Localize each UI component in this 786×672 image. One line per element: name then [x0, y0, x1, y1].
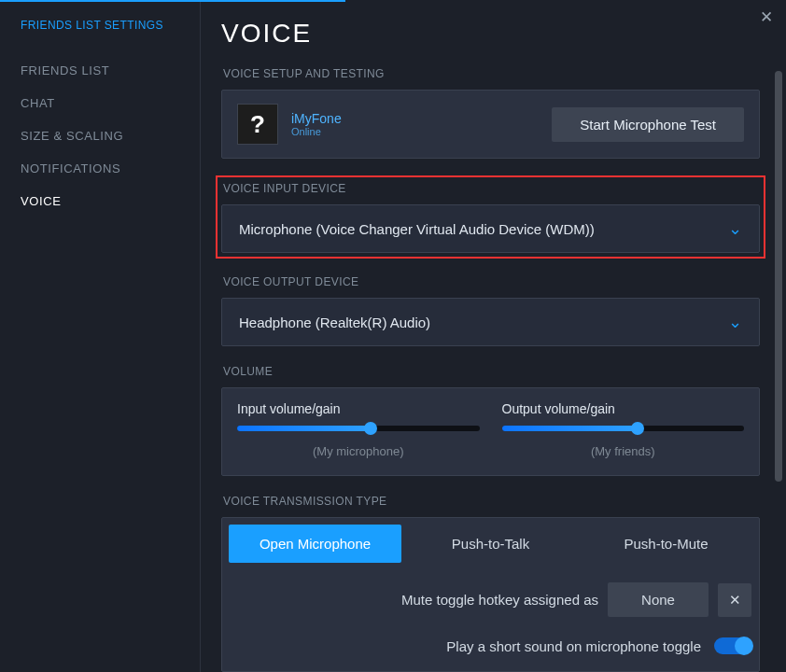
chevron-down-icon: ⌄ — [728, 218, 742, 239]
avatar: ? — [237, 104, 278, 145]
transmission-tabs: Open Microphone Push-to-Talk Push-to-Mut… — [222, 518, 759, 569]
slider-thumb[interactable] — [631, 422, 644, 435]
content-column: VOICE VOICE SETUP AND TESTING ? iMyFone … — [201, 2, 786, 672]
section-output-label: VOICE OUTPUT DEVICE — [223, 275, 760, 288]
slider-fill — [237, 426, 371, 431]
close-icon[interactable]: ✕ — [760, 9, 773, 25]
input-device-value: Microphone (Voice Changer Virtual Audio … — [239, 221, 595, 237]
page-title: VOICE — [221, 19, 760, 49]
toggle-knob — [735, 637, 753, 655]
sidebar-item-chat[interactable]: CHAT — [21, 87, 179, 119]
chevron-down-icon: ⌄ — [728, 312, 742, 332]
section-transmission-label: VOICE TRANSMISSION TYPE — [223, 495, 760, 508]
section-volume-label: VOLUME — [223, 365, 760, 378]
user-block: iMyFone Online — [291, 111, 342, 137]
user-name: iMyFone — [291, 111, 342, 126]
tab-open-microphone[interactable]: Open Microphone — [229, 525, 401, 563]
output-device-dropdown[interactable]: Headphone (Realtek(R) Audio) ⌄ — [221, 298, 760, 346]
tab-push-to-mute[interactable]: Push-to-Mute — [580, 525, 752, 563]
sound-toggle-row: Play a short sound on microphone toggle — [222, 626, 759, 671]
input-volume-slider[interactable] — [237, 426, 480, 431]
output-volume-block: Output volume/gain (My friends) — [502, 401, 745, 458]
output-volume-slider[interactable] — [502, 426, 745, 431]
setup-panel: ? iMyFone Online Start Microphone Test — [221, 90, 760, 159]
input-device-dropdown[interactable]: Microphone (Voice Changer Virtual Audio … — [221, 204, 760, 253]
body: FRIENDS LIST SETTINGS FRIENDS LIST CHAT … — [0, 2, 786, 672]
content: VOICE VOICE SETUP AND TESTING ? iMyFone … — [201, 2, 771, 672]
output-volume-sub: (My friends) — [502, 444, 745, 458]
slider-fill — [502, 426, 638, 431]
slider-thumb[interactable] — [364, 422, 377, 435]
hotkey-label: Mute toggle hotkey assigned as — [401, 592, 598, 608]
input-volume-block: Input volume/gain (My microphone) — [237, 401, 480, 458]
sidebar-item-friends-list[interactable]: FRIENDS LIST — [21, 54, 179, 87]
sidebar-title: FRIENDS LIST SETTINGS — [21, 19, 179, 32]
scrollbar[interactable] — [775, 4, 782, 670]
transmission-panel: Open Microphone Push-to-Talk Push-to-Mut… — [221, 517, 760, 672]
section-setup-label: VOICE SETUP AND TESTING — [223, 67, 760, 80]
output-device-value: Headphone (Realtek(R) Audio) — [239, 315, 430, 330]
output-volume-label: Output volume/gain — [502, 401, 745, 416]
hotkey-row: Mute toggle hotkey assigned as None ✕ — [222, 569, 759, 626]
sidebar: FRIENDS LIST SETTINGS FRIENDS LIST CHAT … — [0, 2, 201, 672]
sound-toggle[interactable] — [714, 637, 751, 654]
settings-window: ✕ FRIENDS LIST SETTINGS FRIENDS LIST CHA… — [0, 0, 786, 672]
hotkey-slot[interactable]: None — [608, 582, 709, 617]
sidebar-item-notifications[interactable]: NOTIFICATIONS — [21, 152, 179, 185]
sidebar-item-voice[interactable]: VOICE — [21, 185, 179, 217]
hotkey-clear-button[interactable]: ✕ — [718, 583, 751, 617]
highlight-input-device: VOICE INPUT DEVICE Microphone (Voice Cha… — [216, 175, 765, 259]
tab-push-to-talk[interactable]: Push-to-Talk — [404, 525, 577, 563]
input-volume-sub: (My microphone) — [237, 444, 480, 458]
sidebar-item-size-scaling[interactable]: SIZE & SCALING — [21, 119, 179, 152]
input-volume-label: Input volume/gain — [237, 401, 480, 416]
scrollbar-thumb[interactable] — [775, 71, 782, 482]
sound-toggle-label: Play a short sound on microphone toggle — [446, 638, 701, 654]
volume-panel: Input volume/gain (My microphone) Output… — [221, 387, 760, 476]
start-mic-test-button[interactable]: Start Microphone Test — [552, 107, 744, 142]
section-input-label: VOICE INPUT DEVICE — [223, 182, 760, 195]
user-status: Online — [291, 126, 342, 137]
